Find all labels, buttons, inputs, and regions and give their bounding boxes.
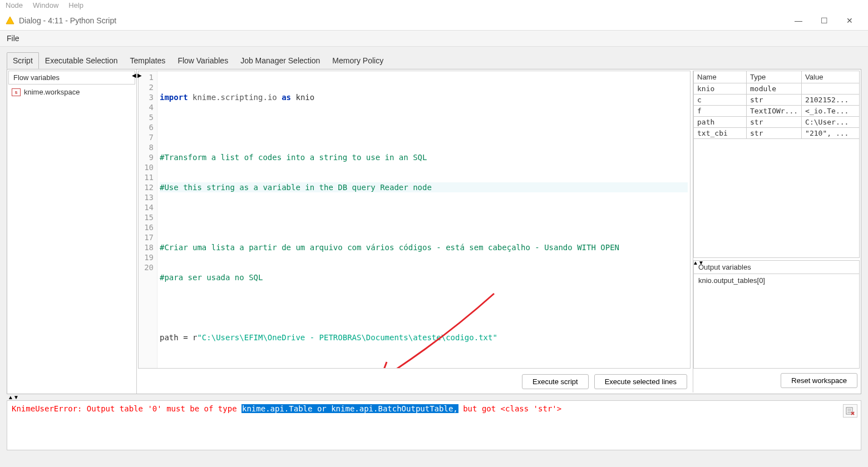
tab-flow-variables[interactable]: Flow Variables — [171, 52, 234, 69]
tab-script[interactable]: Script — [7, 52, 39, 69]
reset-workspace-button[interactable]: Reset workspace — [781, 373, 857, 388]
output-variables-header: ▲▼ Output variables — [693, 260, 860, 274]
minimize-button[interactable]: — — [786, 12, 811, 29]
error-text: but got <class 'str'> — [458, 404, 561, 413]
outer-menu-item[interactable]: Node — [6, 1, 23, 9]
col-value[interactable]: Value — [802, 71, 860, 83]
table-row[interactable]: fTextIOWr...<_io.Te... — [694, 106, 860, 117]
output-variables-list: knio.output_tables[0] — [693, 274, 860, 369]
table-row[interactable]: cstr2102152... — [694, 95, 860, 106]
flow-variables-pane: Flow variables s knime.workspace — [7, 69, 137, 394]
line-number-gutter: 1234567891011121314151617181920 — [139, 71, 157, 368]
outer-menu-item[interactable]: Help — [68, 1, 83, 9]
tab-memory-policy[interactable]: Memory Policy — [326, 52, 389, 69]
error-text: KnimeUserError: Output table '0' must be… — [12, 404, 241, 413]
output-variable-item[interactable]: knio.output_tables[0] — [698, 276, 855, 285]
tab-executable-selection[interactable]: Executable Selection — [39, 52, 124, 69]
editor-pane: 1234567891011121314151617181920 import k… — [137, 69, 692, 394]
console-splitter-icon[interactable]: ▲▼ — [8, 394, 860, 400]
col-type[interactable]: Type — [747, 71, 802, 83]
console-output: KnimeUserError: Output table '0' must be… — [7, 400, 861, 450]
main-panel: Flow variables s knime.workspace 1234567… — [7, 69, 861, 394]
tab-job-manager[interactable]: Job Manager Selection — [234, 52, 326, 69]
tab-bar: Script Executable Selection Templates Fl… — [0, 47, 868, 69]
flow-variable-label: knime.workspace — [24, 88, 80, 96]
window-title: Dialog - 4:11 - Python Script — [19, 16, 116, 25]
svg-marker-0 — [6, 17, 14, 24]
outer-menu-item[interactable]: Window — [33, 1, 58, 9]
error-text-selected: knime.api.Table or knime.api.BatchOutput… — [241, 404, 458, 413]
close-button[interactable]: ✕ — [837, 12, 862, 29]
table-row[interactable]: kniomodule — [694, 83, 860, 95]
maximize-button[interactable]: ☐ — [811, 12, 837, 29]
clear-console-button[interactable] — [843, 404, 857, 418]
vertical-splitter-icon[interactable]: ▲▼ — [693, 260, 704, 266]
menu-bar: File — [0, 31, 868, 47]
code-editor[interactable]: import knime.scripting.io as knio #Trans… — [157, 71, 690, 368]
table-row[interactable]: pathstrC:\User... — [694, 117, 860, 128]
table-row[interactable]: txt_cbistr"210", ... — [694, 128, 860, 139]
variables-pane: Name Type Value kniomodule cstr2102152..… — [693, 71, 860, 393]
app-icon — [6, 16, 14, 25]
flow-variables-header: Flow variables — [8, 71, 135, 85]
string-variable-icon: s — [12, 88, 21, 96]
tab-templates[interactable]: Templates — [124, 52, 172, 69]
execute-selected-lines-button[interactable]: Execute selected lines — [594, 374, 687, 389]
variables-table: Name Type Value kniomodule cstr2102152..… — [693, 71, 860, 139]
menu-file[interactable]: File — [7, 34, 19, 43]
title-bar: Dialog - 4:11 - Python Script — ☐ ✕ — [0, 11, 868, 31]
app-outer-menu: Node Window Help — [0, 0, 868, 11]
horizontal-splitter-icon[interactable] — [133, 72, 141, 80]
execute-script-button[interactable]: Execute script — [522, 374, 589, 389]
flow-variable-item[interactable]: s knime.workspace — [7, 86, 136, 98]
col-name[interactable]: Name — [694, 71, 747, 83]
